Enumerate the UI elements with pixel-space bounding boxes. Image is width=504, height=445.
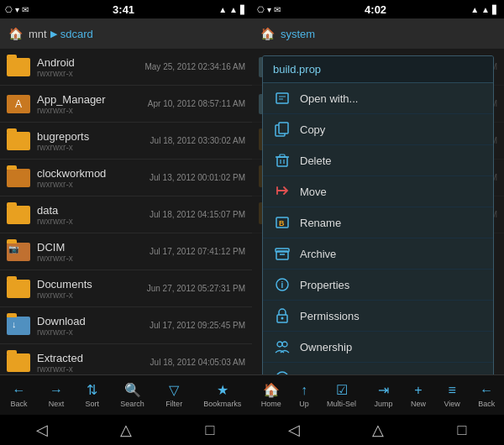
search-icon: 🔍 xyxy=(124,382,141,398)
file-info-documents: Documents rwxrwxr-x xyxy=(37,278,140,300)
right-up-button[interactable]: ↑ Up xyxy=(299,383,309,408)
properties-icon: i xyxy=(273,275,291,294)
file-item-download[interactable]: ↓ Download rwxrwxr-x Jul 17, 2012 09:25:… xyxy=(0,307,252,344)
file-item-appmanager[interactable]: A App_Manager rwxrwxr-x Apr 10, 2012 08:… xyxy=(0,86,252,123)
file-date-download: Jul 17, 2012 09:25:45 PM xyxy=(150,321,245,330)
usb-icon: ⎔ xyxy=(5,5,13,14)
right-home-nav-button[interactable]: △ xyxy=(361,417,395,442)
svg-point-19 xyxy=(277,342,282,347)
next-label: Next xyxy=(49,400,65,408)
svg-point-18 xyxy=(281,317,284,320)
file-item-android[interactable]: Android rwxrwxr-x May 25, 2012 02:34:16 … xyxy=(0,49,252,86)
right-breadcrumb-system[interactable]: system xyxy=(281,28,315,40)
recent-nav-button[interactable]: □ xyxy=(193,417,227,442)
menu-item-properties[interactable]: i Properties xyxy=(263,270,493,301)
file-item-bugreports[interactable]: bugreports rwxrwxr-x Jul 18, 2012 03:30:… xyxy=(0,123,252,160)
next-button[interactable]: → Next xyxy=(49,383,65,408)
menu-item-move[interactable]: Move xyxy=(263,176,493,207)
left-file-list: Android rwxrwxr-x May 25, 2012 02:34:16 … xyxy=(0,49,252,374)
right-status-right-icons: ▲ ▲ ▋ xyxy=(470,5,499,14)
menu-item-openwith[interactable]: Open with... xyxy=(263,83,493,114)
right-new-button[interactable]: + New xyxy=(411,383,426,408)
file-perms-bugreports: rwxrwxr-x xyxy=(37,143,144,152)
file-date-bugreports: Jul 18, 2012 03:30:02 AM xyxy=(150,136,245,145)
menu-item-ownership[interactable]: Ownership xyxy=(263,332,493,363)
shortcut-icon xyxy=(273,369,291,374)
sort-button[interactable]: ⇅ Sort xyxy=(86,382,100,408)
menu-item-rename[interactable]: B Rename xyxy=(263,207,493,238)
file-item-dcim[interactable]: 📷 DCIM rwxrwxr-x Jul 17, 2012 07:41:12 P… xyxy=(0,233,252,270)
right-home-icon[interactable]: 🏠 xyxy=(259,25,276,42)
context-menu: build.prop Open with... Copy Delete xyxy=(262,55,494,374)
right-jump-button[interactable]: ⇥ Jump xyxy=(375,382,393,408)
home-nav-button[interactable]: △ xyxy=(109,417,143,442)
svg-rect-7 xyxy=(280,154,285,157)
breadcrumb-mnt[interactable]: mnt xyxy=(29,28,47,40)
right-multisel-button[interactable]: ☑ Multi-Sel xyxy=(327,382,356,408)
file-info-download: Download rwxrwxr-x xyxy=(37,315,143,337)
file-item-extracted[interactable]: Extracted rwxrwxr-x Jul 18, 2012 04:05:0… xyxy=(0,344,252,374)
right-toolbar: 🏠 system xyxy=(252,18,504,49)
openwith-icon xyxy=(273,89,291,107)
right-status-left-icons: ⎔ ▾ ✉ xyxy=(257,5,281,14)
file-date-extracted: Jul 18, 2012 04:05:03 AM xyxy=(150,358,245,367)
sort-label: Sort xyxy=(86,400,100,408)
right-home-label: Home xyxy=(261,400,281,408)
file-name-appmanager: App_Manager xyxy=(37,93,141,106)
breadcrumb-sdcard[interactable]: sdcard xyxy=(60,28,93,40)
right-multisel-icon: ☑ xyxy=(336,382,348,398)
filter-button[interactable]: ▽ Filter xyxy=(165,382,182,408)
menu-item-archive-label: Archive xyxy=(300,248,336,260)
signal-bars-icon: ▲ xyxy=(229,5,238,14)
file-name-data: data xyxy=(37,204,143,217)
right-view-button[interactable]: ≡ View xyxy=(444,383,459,408)
file-perms-android: rwxrwxr-x xyxy=(37,69,138,78)
file-item-clockworkmod[interactable]: clockworkmod rwxrwxr-x Jul 13, 2012 00:0… xyxy=(0,160,252,196)
back-nav-button[interactable]: ◁ xyxy=(25,417,59,442)
back-button[interactable]: ← Back xyxy=(11,383,28,408)
left-nav-bar: ◁ △ □ xyxy=(0,415,252,445)
right-mail-icon: ✉ xyxy=(274,5,281,14)
file-perms-appmanager: rwxrwxr-x xyxy=(37,106,141,115)
file-name-android: Android xyxy=(37,56,138,69)
menu-item-copy[interactable]: Copy xyxy=(263,114,493,145)
file-date-data: Jul 18, 2012 04:15:07 PM xyxy=(150,210,245,219)
menu-item-permissions[interactable]: Permissions xyxy=(263,301,493,332)
menu-item-delete[interactable]: Delete xyxy=(263,145,493,176)
context-menu-title: build.prop xyxy=(263,56,493,83)
svg-point-21 xyxy=(276,372,288,374)
next-icon: → xyxy=(50,383,63,398)
folder-icon-dcim: 📷 xyxy=(7,240,30,264)
file-info-android: Android rwxrwxr-x xyxy=(37,56,138,78)
svg-rect-0 xyxy=(276,93,288,103)
menu-item-copy-label: Copy xyxy=(300,123,325,136)
file-item-data[interactable]: data rwxrwxr-x Jul 18, 2012 04:15:07 PM xyxy=(0,196,252,233)
bookmarks-button[interactable]: ★ Bookmarks xyxy=(203,382,241,408)
back-icon: ← xyxy=(13,383,26,398)
right-view-label: View xyxy=(444,400,459,408)
permissions-icon xyxy=(273,306,291,325)
left-time: 3:41 xyxy=(113,3,134,16)
menu-item-shortcut[interactable]: Create shortcut xyxy=(263,363,493,374)
menu-item-delete-label: Delete xyxy=(300,154,332,167)
folder-icon-data xyxy=(7,203,30,227)
file-name-extracted: Extracted xyxy=(37,352,144,364)
file-item-documents[interactable]: Documents rwxrwxr-x Jun 27, 2012 05:27:3… xyxy=(0,270,252,307)
svg-text:B: B xyxy=(279,219,285,228)
context-menu-area: build.prop Jan 1, 2012 12:00 PM compatib… xyxy=(252,49,504,374)
left-status-bar: ⎔ ▾ ✉ 3:41 ▲ ▲ ▋ xyxy=(0,0,252,18)
right-recent-nav-button[interactable]: □ xyxy=(445,417,479,442)
filter-icon: ▽ xyxy=(169,382,179,398)
file-name-dcim: DCIM xyxy=(37,241,143,254)
right-up-label: Up xyxy=(299,400,309,408)
menu-item-archive[interactable]: Archive xyxy=(263,238,493,270)
right-home-btn-icon: 🏠 xyxy=(263,382,280,398)
menu-item-ownership-label: Ownership xyxy=(300,341,352,353)
right-home-button[interactable]: 🏠 Home xyxy=(261,382,281,408)
copy-icon xyxy=(273,120,291,139)
home-icon[interactable]: 🏠 xyxy=(7,25,24,42)
right-back-button[interactable]: ← Back xyxy=(478,383,495,408)
bookmarks-label: Bookmarks xyxy=(203,400,241,408)
right-back-nav-button[interactable]: ◁ xyxy=(277,417,311,442)
search-button[interactable]: 🔍 Search xyxy=(120,382,144,408)
